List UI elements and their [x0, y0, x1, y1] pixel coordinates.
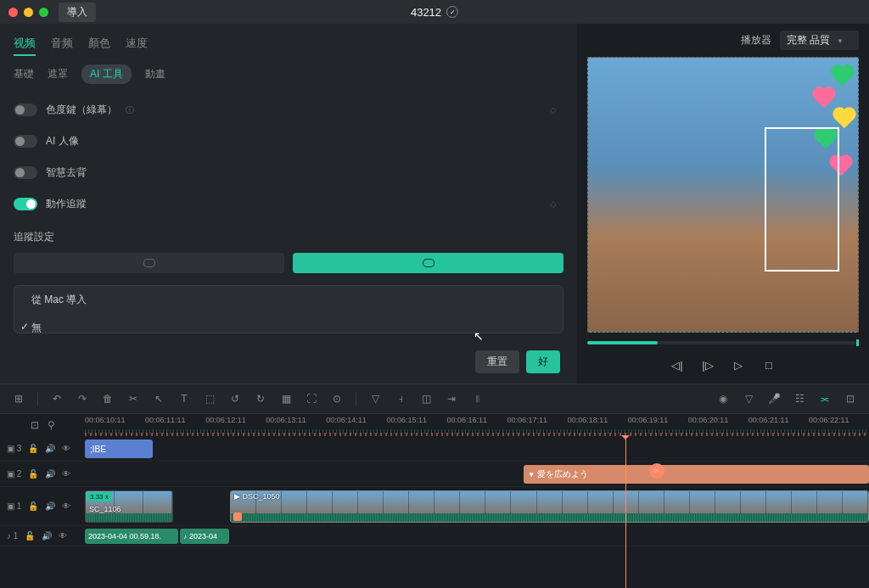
dropdown-none[interactable]: 無	[14, 314, 563, 333]
link-icon[interactable]: ⫘	[818, 392, 832, 406]
mute-icon[interactable]: 🔊	[45, 501, 55, 511]
dropdown-import-from-mac[interactable]: 從 Mac 導入	[14, 286, 563, 314]
chevron-down-icon: ▼	[837, 37, 844, 45]
clip-dsc-1050[interactable]: ▶ DSC_1050	[230, 490, 869, 523]
visibility-icon[interactable]: 👁	[59, 531, 67, 540]
tracking-hide-button[interactable]	[14, 253, 284, 273]
inspector-panel: 视频 音频 顏色 速度 基礎 遮罩 AI 工具 動畫 色度鍵（綠幕） ⓘ ◇ A…	[0, 24, 577, 384]
subtab-mask[interactable]: 遮罩	[48, 67, 68, 81]
timeline: ⊡ ⚲ 00:06:10:1100:06:11:1100:06:12:1100:…	[0, 414, 869, 588]
clip-spread-love[interactable]: ♥愛を広めよう	[524, 465, 869, 484]
mic-icon[interactable]: 🎤	[767, 392, 781, 406]
shield-icon[interactable]: ▽	[742, 392, 755, 406]
crop-tool[interactable]: ⬚	[203, 392, 216, 406]
magnet-tool[interactable]: ⊙	[330, 392, 344, 406]
tab-speed[interactable]: 速度	[126, 32, 148, 56]
align-tool[interactable]: ⇥	[445, 392, 458, 406]
expand-tool[interactable]: ⛶	[305, 392, 318, 406]
subtab-basic[interactable]: 基礎	[14, 67, 34, 81]
visibility-icon[interactable]: 👁	[62, 469, 70, 479]
import-button[interactable]: 導入	[59, 3, 96, 22]
visibility-icon[interactable]: 👁	[62, 501, 70, 511]
player-label: 播放器	[741, 33, 771, 48]
titlebar: 導入 43212 ✓	[0, 0, 869, 24]
tab-audio[interactable]: 音频	[51, 32, 73, 56]
clip-sc-1106[interactable]: 3.33 x SC_1106	[85, 490, 173, 523]
rotate-cw[interactable]: ↻	[254, 392, 267, 406]
toggle-ai-portrait[interactable]	[14, 135, 37, 148]
link-element-dropdown: 從 Mac 導入 無 添加馬賽克 愛を広めよう	[14, 285, 563, 333]
ok-button[interactable]: 好	[526, 350, 560, 373]
lock-icon[interactable]: 🔓	[28, 444, 38, 453]
toggle-chroma-key[interactable]	[14, 104, 37, 116]
quality-selector[interactable]: 完整 品質▼	[780, 31, 859, 50]
stop-button[interactable]: □	[760, 356, 777, 373]
tab-video[interactable]: 视频	[14, 32, 36, 56]
timeline-toolbar: ⊞ ↶ ↷ 🗑 ✂ ↖ T ⬚ ↺ ↻ ▦ ⛶ ⊙ ▽ ⫞ ◫ ⇥ ⫴ ◉ ▽ …	[0, 384, 869, 414]
grid-icon[interactable]: ⊡	[844, 392, 857, 406]
next-frame-button[interactable]: |▷	[699, 356, 716, 373]
audio-track-head: ♪ 1 🔓 🔊 👁	[0, 526, 85, 546]
clip-ibe[interactable]: ;IBE	[85, 440, 153, 458]
effect-badge-icon	[233, 512, 242, 521]
group-tool[interactable]: ◫	[419, 392, 433, 406]
tab-color[interactable]: 顏色	[88, 32, 110, 56]
window-controls	[8, 8, 48, 17]
mute-icon[interactable]: 🔊	[45, 444, 55, 453]
undo-button[interactable]: ↶	[50, 392, 64, 406]
mixer-icon[interactable]: ☷	[793, 392, 806, 406]
audio-clip-2[interactable]: ♪2023-04	[180, 529, 229, 544]
delete-button[interactable]: 🗑	[101, 392, 115, 406]
redo-button[interactable]: ↷	[76, 392, 89, 406]
minimize-window[interactable]	[24, 8, 33, 17]
tracking-settings-label: 追蹤設定	[0, 223, 577, 248]
play-button[interactable]: ▷	[730, 356, 747, 373]
lock-icon[interactable]: 🔓	[28, 501, 38, 511]
toggle-motion-tracking[interactable]	[14, 198, 37, 210]
adjust-tool[interactable]: ⫴	[470, 392, 484, 406]
cut-button[interactable]: ✂	[126, 392, 140, 406]
rotate-ccw[interactable]: ↺	[228, 392, 242, 406]
video-preview[interactable]	[587, 57, 859, 333]
keyframe-icon[interactable]: ◇	[550, 199, 557, 209]
ai-portrait-label: AI 人像	[46, 134, 79, 148]
project-title: 43212 ✓	[411, 6, 458, 19]
info-icon[interactable]: ⓘ	[126, 104, 134, 116]
maximize-window[interactable]	[39, 8, 48, 17]
timeline-ruler[interactable]: 00:06:10:1100:06:11:1100:06:12:1100:06:1…	[85, 414, 869, 436]
mute-icon[interactable]: 🔊	[45, 469, 55, 479]
subtab-animation[interactable]: 動畫	[145, 67, 165, 81]
close-window[interactable]	[8, 8, 18, 17]
text-tool[interactable]: T	[177, 392, 191, 406]
render-icon[interactable]: ◉	[716, 392, 730, 406]
track-head-2: ▣ 2 🔓 🔊 👁	[0, 462, 85, 486]
subtab-ai-tools[interactable]: AI 工具	[81, 64, 132, 84]
tracking-box[interactable]	[765, 127, 839, 272]
mute-icon[interactable]: 🔊	[42, 531, 52, 540]
split-tool[interactable]: ⫞	[394, 392, 407, 406]
scrubber[interactable]	[587, 341, 859, 344]
playhead[interactable]	[625, 436, 626, 588]
track-head-3: ▣ 3 🔓 🔊 👁	[0, 436, 85, 461]
cloud-sync-icon: ✓	[446, 6, 458, 18]
lock-icon[interactable]: 🔓	[25, 531, 35, 540]
tracking-show-button[interactable]	[293, 253, 563, 273]
keyframe-icon[interactable]: ◇	[550, 105, 557, 115]
reset-button[interactable]: 重置	[475, 350, 519, 373]
lock-icon[interactable]: 🔓	[28, 469, 38, 479]
track-collapse-icon[interactable]: ⊡	[31, 419, 39, 431]
select-tool[interactable]: ↖	[152, 392, 165, 406]
player-panel: 播放器 完整 品質▼ ◁| |▷ ▷ □	[577, 24, 869, 384]
sub-tabs: 基礎 遮罩 AI 工具 動畫	[0, 56, 577, 91]
effects-tool[interactable]: ▦	[279, 392, 293, 406]
marker-tool[interactable]: ▽	[368, 392, 382, 406]
chroma-key-label: 色度鍵（綠幕）	[46, 103, 117, 117]
layout-icon[interactable]: ⊞	[12, 392, 25, 406]
audio-clip-1[interactable]: 2023-04-04 00.59.18.	[85, 529, 178, 544]
toggle-smart-bg-remove[interactable]	[14, 166, 37, 179]
track-link-icon[interactable]: ⚲	[48, 419, 55, 431]
prev-frame-button[interactable]: ◁|	[669, 356, 686, 373]
visibility-icon[interactable]: 👁	[62, 444, 70, 453]
smart-bg-label: 智慧去背	[46, 165, 87, 180]
motion-tracking-label: 動作追蹤	[46, 197, 87, 211]
